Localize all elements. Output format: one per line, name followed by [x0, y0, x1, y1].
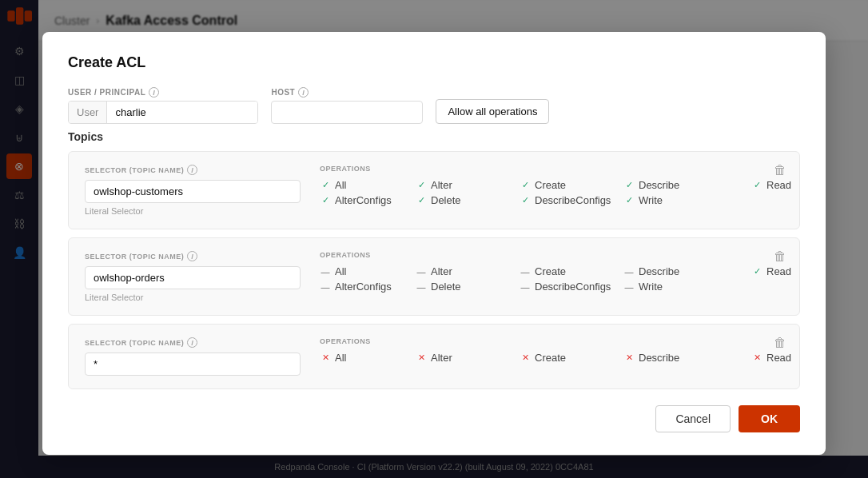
op-describe-1[interactable]: ✓ Describe [623, 179, 751, 191]
op-describeconfigs-check-1: ✓ [520, 195, 531, 206]
op-all-3[interactable]: ✕ All [320, 352, 416, 364]
op-alter-1[interactable]: ✓ Alter [416, 179, 520, 191]
acl-card-1: 🗑 SELECTOR (TOPIC NAME) i Literal Select… [68, 151, 800, 229]
op-alter-3[interactable]: ✕ Alter [416, 352, 520, 364]
op-describeconfigs-check-2: — [520, 281, 531, 293]
selector-help-icon-2[interactable]: i [187, 251, 197, 261]
op-all-1[interactable]: ✓ All [320, 179, 416, 191]
op-describe-label-2: Describe [639, 265, 679, 277]
op-read-label-3: Read [766, 352, 791, 364]
op-describe-check-2: — [623, 266, 635, 277]
op-alterconfigs-1[interactable]: ✓ AlterConfigs [320, 194, 416, 206]
user-host-row: USER / PRINCIPAL i User HOST i Allow all… [68, 87, 800, 124]
op-write-2[interactable]: — Write [623, 281, 751, 293]
op-all-label-2: All [335, 265, 346, 277]
op-describeconfigs-2[interactable]: — DescribeConfigs [520, 281, 623, 293]
op-describeconfigs-1[interactable]: ✓ DescribeConfigs [520, 194, 623, 206]
user-principal-help-icon[interactable]: i [149, 87, 159, 98]
selector-label-3: SELECTOR (TOPIC NAME) i [85, 337, 301, 348]
op-all-label-1: All [335, 179, 346, 191]
acl-card-1-inner: SELECTOR (TOPIC NAME) i Literal Selector… [85, 165, 783, 216]
ops-grid-2: — All — Alter — Create — [320, 265, 826, 293]
op-alter-check-2: — [416, 266, 427, 277]
op-create-label-3: Create [535, 352, 566, 364]
selector-input-1[interactable] [85, 180, 301, 203]
selector-input-2[interactable] [85, 266, 301, 289]
create-acl-modal: Create ACL USER / PRINCIPAL i User HOST … [42, 32, 826, 455]
selector-help-icon-3[interactable]: i [187, 337, 197, 348]
modal-footer: Cancel OK [68, 405, 800, 432]
op-delete-label-1: Delete [431, 194, 461, 206]
op-alterconfigs-check-1: ✓ [320, 195, 331, 206]
selector-label-1: SELECTOR (TOPIC NAME) i [85, 165, 301, 175]
op-delete-check-1: ✓ [416, 195, 427, 206]
op-describe-check-3: ✕ [623, 353, 635, 364]
ops-col-3: OPERATIONS ✕ All ✕ Alter ✕ Create [320, 337, 826, 364]
user-principal-input-group: User [68, 101, 258, 124]
topics-section-label: Topics [68, 130, 800, 143]
op-create-3[interactable]: ✕ Create [520, 352, 623, 364]
acl-card-2-inner: SELECTOR (TOPIC NAME) i Literal Selector… [85, 251, 783, 302]
op-describe-check-1: ✓ [623, 180, 635, 191]
op-all-2[interactable]: — All [320, 265, 416, 277]
op-read-check-1: ✓ [751, 180, 762, 191]
selector-label-2: SELECTOR (TOPIC NAME) i [85, 251, 301, 261]
host-input[interactable] [271, 101, 423, 124]
selector-col-2: SELECTOR (TOPIC NAME) i Literal Selector [85, 251, 301, 302]
delete-acl-1-button[interactable]: 🗑 [772, 161, 788, 179]
op-delete-check-2: — [416, 281, 427, 293]
host-field: HOST i [271, 87, 423, 124]
op-all-check-3: ✕ [320, 353, 331, 364]
selector-help-icon-1[interactable]: i [187, 165, 197, 175]
op-delete-1[interactable]: ✓ Delete [416, 194, 520, 206]
op-read-1[interactable]: ✓ Read [751, 179, 826, 191]
op-delete-label-2: Delete [431, 281, 461, 293]
op-read-3[interactable]: ✕ Read [751, 352, 826, 364]
op-describe-3[interactable]: ✕ Describe [623, 352, 751, 364]
user-principal-input[interactable] [107, 102, 257, 123]
op-write-check-2: — [623, 281, 635, 293]
literal-label-2: Literal Selector [85, 293, 301, 302]
ops-col-2: OPERATIONS — All — Alter — Create [320, 251, 826, 293]
op-alter-check-3: ✕ [416, 353, 427, 364]
op-all-check-1: ✓ [320, 180, 331, 191]
ops-label-1: OPERATIONS [320, 165, 826, 173]
selector-col-3: SELECTOR (TOPIC NAME) i [85, 337, 301, 376]
op-alterconfigs-check-2: — [320, 281, 331, 293]
op-all-label-3: All [335, 352, 346, 364]
op-alter-2[interactable]: — Alter [416, 265, 520, 277]
user-principal-label: USER / PRINCIPAL i [68, 87, 258, 98]
allow-all-ops-button[interactable]: Allow all operations [436, 99, 549, 124]
op-read-check-3: ✕ [751, 353, 762, 364]
op-read-2[interactable]: ✓ Read [751, 265, 826, 277]
op-create-1[interactable]: ✓ Create [520, 179, 623, 191]
op-alterconfigs-2[interactable]: — AlterConfigs [320, 281, 416, 293]
host-label: HOST i [271, 87, 423, 98]
op-describeconfigs-label-1: DescribeConfigs [535, 194, 611, 206]
ok-button[interactable]: OK [739, 405, 800, 432]
acl-card-2: 🗑 SELECTOR (TOPIC NAME) i Literal Select… [68, 237, 800, 316]
ops-grid-1: ✓ All ✓ Alter ✓ Create ✓ [320, 179, 826, 206]
op-create-label-2: Create [535, 265, 566, 277]
op-write-1[interactable]: ✓ Write [623, 194, 751, 206]
op-create-2[interactable]: — Create [520, 265, 623, 277]
acl-card-3-inner: SELECTOR (TOPIC NAME) i OPERATIONS ✕ All… [85, 337, 783, 376]
user-principal-field: USER / PRINCIPAL i User [68, 87, 258, 124]
op-all-check-2: — [320, 266, 331, 277]
host-help-icon[interactable]: i [298, 87, 309, 98]
op-alter-label-3: Alter [431, 352, 452, 364]
op-alterconfigs-label-1: AlterConfigs [335, 194, 392, 206]
ops-label-3: OPERATIONS [320, 337, 826, 345]
selector-input-3[interactable] [85, 353, 301, 376]
cancel-button[interactable]: Cancel [655, 405, 731, 432]
op-delete-2[interactable]: — Delete [416, 281, 520, 293]
op-describe-2[interactable]: — Describe [623, 265, 751, 277]
literal-label-1: Literal Selector [85, 206, 301, 216]
ops-label-2: OPERATIONS [320, 251, 826, 259]
op-read-label-1: Read [766, 179, 791, 191]
delete-acl-2-button[interactable]: 🗑 [772, 248, 788, 265]
delete-acl-3-button[interactable]: 🗑 [772, 334, 788, 352]
op-write-label-2: Write [639, 281, 663, 293]
op-alter-label-1: Alter [431, 179, 452, 191]
op-create-check-3: ✕ [520, 353, 531, 364]
